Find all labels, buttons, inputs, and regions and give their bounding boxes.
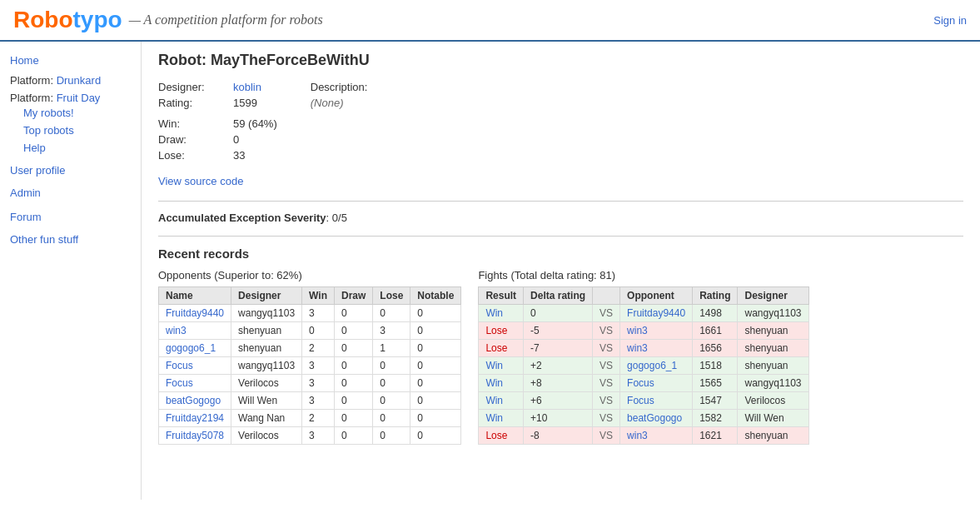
opponent-name-link[interactable]: Fruitday5078 [166,430,224,441]
designer-link[interactable]: koblin [233,81,261,93]
fight-result-link[interactable]: Win [485,307,503,319]
fight-rating: 1582 [693,410,738,427]
main-content: Robot: MayTheForceBeWithU Designer: kobl… [142,42,980,500]
opponent-lose: 3 [373,322,410,340]
designer-label: Designer: [158,81,233,93]
fight-opponent-link[interactable]: Focus [627,395,654,406]
sidebar-item-admin[interactable]: Admin [10,184,131,202]
fight-opponent: win3 [620,322,693,340]
fight-result-link[interactable]: Lose [485,325,507,336]
fight-result: Win [479,375,524,392]
col-header-lose: Lose [373,287,410,305]
opponent-win: 3 [302,392,335,410]
opponent-name: Focus [159,357,231,375]
fights-subtitle: Fights (Total delta rating: 81) [478,269,963,281]
opponent-name-link[interactable]: win3 [166,325,187,336]
opponent-designer: shenyuan [231,322,302,340]
table-row: win3 shenyuan 0 0 3 0 [159,322,461,340]
fight-result-link[interactable]: Lose [485,342,507,354]
opponent-notable: 0 [410,427,461,445]
col-header-opponent: Opponent [620,287,693,305]
fight-result-link[interactable]: Lose [485,430,507,441]
sidebar-section-admin: Admin [10,184,131,202]
opponent-lose: 1 [373,340,410,357]
opponent-lose: 0 [373,427,410,445]
fight-designer: shenyuan [738,340,808,357]
fight-opponent-link[interactable]: win3 [627,325,648,336]
divider-1 [158,201,963,202]
fight-result-link[interactable]: Win [485,360,503,371]
opponent-draw: 0 [335,392,373,410]
opponent-notable: 0 [410,392,461,410]
fight-result: Win [479,305,524,322]
fight-opponent-link[interactable]: win3 [627,342,648,354]
opponent-designer: wangyq1103 [231,305,302,322]
fight-result-link[interactable]: Win [485,377,503,389]
sidebar-item-drunkard[interactable]: Drunkard [57,72,101,89]
opponent-name-link[interactable]: gogogo6_1 [166,342,216,354]
opponent-win: 3 [302,305,335,322]
fight-vs: VS [593,305,620,322]
fight-opponent-link[interactable]: beatGogogo [627,412,682,424]
sidebar-item-home[interactable]: Home [10,52,131,69]
fight-vs: VS [593,427,620,445]
lose-row: Lose: 33 [158,149,277,162]
fight-delta: +6 [524,392,593,410]
sidebar-item-my-robots[interactable]: My robots! [23,104,131,122]
opponent-designer: Verilocos [231,427,302,445]
logo: Robotypo [13,7,122,33]
opponent-lose: 0 [373,410,410,427]
opponent-win: 3 [302,427,335,445]
opponent-lose: 0 [373,357,410,375]
opponent-notable: 0 [410,357,461,375]
table-row: beatGogogo Will Wen 3 0 0 0 [159,392,461,410]
col-header-draw: Draw [335,287,373,305]
table-row: gogogo6_1 shenyuan 2 0 1 0 [159,340,461,357]
fight-vs: VS [593,375,620,392]
fight-opponent-link[interactable]: gogogo6_1 [627,360,677,371]
sign-in-link[interactable]: Sign in [933,14,967,27]
sidebar-item-fruitday[interactable]: Fruit Day [57,89,101,107]
description-value: (None) [311,97,344,109]
sidebar-item-forum[interactable]: Forum [10,208,131,226]
recent-records-title: Recent records [158,247,963,261]
table-row: Focus Verilocos 3 0 0 0 [159,375,461,392]
fight-designer: Will Wen [738,410,808,427]
opponent-notable: 0 [410,375,461,392]
fight-opponent-link[interactable]: Focus [627,377,654,389]
rating-value: 1599 [233,97,257,109]
fight-result-link[interactable]: Win [485,395,503,406]
sidebar-item-user-profile[interactable]: User profile [10,162,131,179]
opponent-name-link[interactable]: Focus [166,360,193,371]
opponent-designer: Wang Nan [231,410,302,427]
opponent-name-link[interactable]: Fruitday9440 [166,307,224,319]
fight-opponent-link[interactable]: win3 [627,430,648,441]
col-header-delta: Delta rating [524,287,593,305]
fight-designer: shenyuan [738,427,808,445]
fight-result-link[interactable]: Win [485,412,503,424]
fight-rating: 1498 [693,305,738,322]
fight-vs: VS [593,322,620,340]
robot-info-right: Description: (None) [311,81,386,165]
opponent-name: gogogo6_1 [159,340,231,357]
lose-value: 33 [233,149,245,162]
view-source-link[interactable]: View source code [158,175,243,187]
sidebar-item-top-robots[interactable]: Top robots [23,122,131,139]
sidebar-section-fruitday: Platform: Fruit Day My robots! Top robot… [10,92,131,157]
table-row: Lose -7 VS win3 1656 shenyuan [479,340,808,357]
accumulated-value: : 0/5 [326,212,347,224]
sidebar-item-other-fun-stuff[interactable]: Other fun stuff [10,231,131,248]
opponent-designer: shenyuan [231,340,302,357]
opponent-name-link[interactable]: beatGogogo [166,395,221,406]
opponent-name: Focus [159,375,231,392]
opponent-notable: 0 [410,410,461,427]
fight-designer: wangyq1103 [738,375,808,392]
fight-opponent-link[interactable]: Fruitday9440 [627,307,685,319]
opponent-name-link[interactable]: Fruitday2194 [166,412,224,424]
win-row: Win: 59 (64%) [158,117,277,130]
fight-rating: 1661 [693,322,738,340]
sidebar-item-help[interactable]: Help [23,139,131,157]
draw-label: Draw: [158,133,233,146]
win-label: Win: [158,117,233,130]
opponent-name-link[interactable]: Focus [166,377,193,389]
